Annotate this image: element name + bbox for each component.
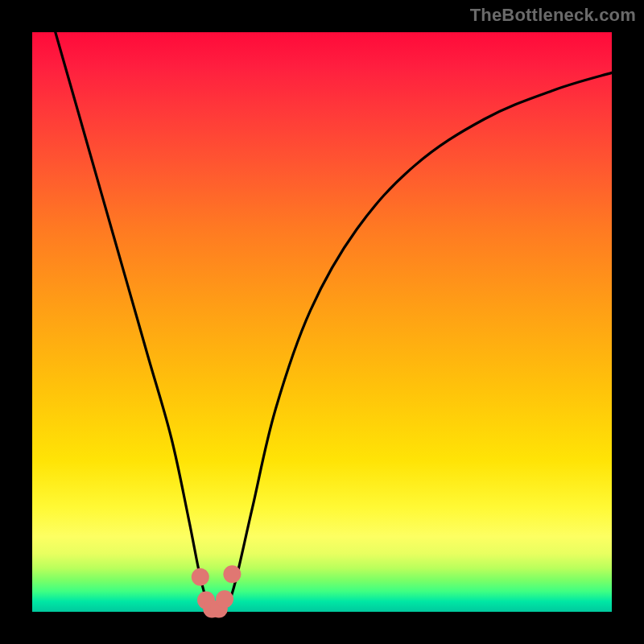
bottleneck-curve [56, 32, 612, 612]
curve-marker [192, 568, 209, 586]
curve-layer [32, 32, 612, 612]
curve-marker [216, 590, 233, 608]
chart-frame: TheBottleneck.com [0, 0, 644, 644]
watermark-text: TheBottleneck.com [470, 5, 636, 26]
plot-area [32, 32, 612, 612]
curve-marker [223, 565, 241, 583]
